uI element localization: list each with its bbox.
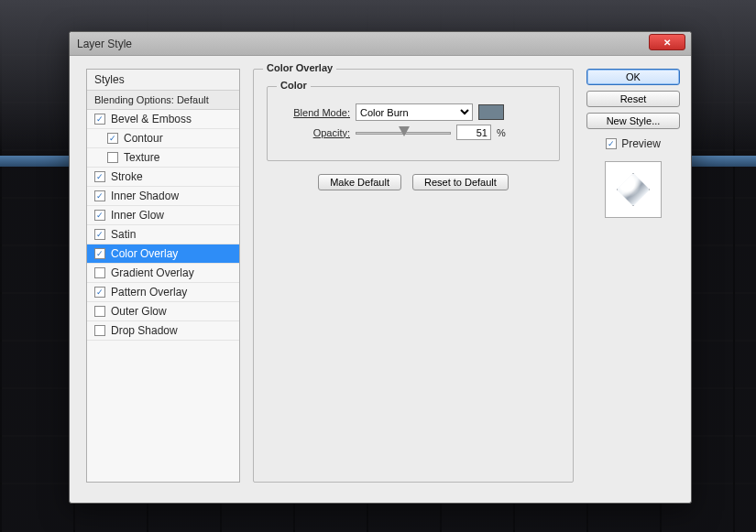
opacity-label: Opacity: — [280, 127, 350, 138]
style-checkbox[interactable] — [94, 325, 105, 336]
opacity-input[interactable] — [456, 125, 491, 140]
blend-mode-label: Blend Mode: — [280, 107, 350, 118]
style-item-texture[interactable]: Texture — [87, 148, 239, 168]
style-item-satin[interactable]: Satin — [87, 225, 239, 244]
style-item-color-overlay[interactable]: Color Overlay — [87, 244, 239, 264]
style-item-pattern-overlay[interactable]: Pattern Overlay — [87, 283, 239, 302]
style-item-drop-shadow[interactable]: Drop Shadow — [87, 321, 239, 341]
window-title: Layer Style — [77, 38, 132, 50]
style-item-inner-shadow[interactable]: Inner Shadow — [87, 187, 239, 206]
style-item-label: Pattern Overlay — [111, 286, 187, 299]
blend-mode-select[interactable]: Color Burn — [356, 103, 473, 121]
make-default-button[interactable]: Make Default — [318, 174, 401, 190]
opacity-slider[interactable] — [356, 125, 451, 140]
preview-checkbox[interactable] — [606, 138, 617, 149]
style-item-label: Gradient Overlay — [111, 266, 194, 279]
style-checkbox[interactable] — [94, 171, 105, 182]
style-item-label: Texture — [124, 151, 159, 164]
style-item-inner-glow[interactable]: Inner Glow — [87, 206, 239, 225]
style-item-label: Satin — [111, 228, 136, 241]
layer-style-dialog: Layer Style ✕ Styles Blending Options: D… — [69, 31, 692, 504]
style-item-label: Bevel & Emboss — [111, 113, 192, 125]
blending-options-row[interactable]: Blending Options: Default — [87, 91, 239, 110]
style-item-label: Color Overlay — [111, 247, 178, 260]
ok-button[interactable]: OK — [586, 69, 680, 85]
styles-list: Styles Blending Options: Default Bevel &… — [86, 69, 240, 483]
reset-button[interactable]: Reset — [586, 91, 680, 107]
style-checkbox[interactable] — [94, 267, 105, 278]
style-item-label: Inner Shadow — [111, 190, 179, 202]
color-fieldset-legend: Color — [277, 80, 311, 91]
preview-label: Preview — [621, 137, 661, 150]
close-button[interactable]: ✕ — [649, 34, 685, 50]
style-item-contour[interactable]: Contour — [87, 129, 239, 148]
close-icon: ✕ — [663, 38, 671, 48]
reset-to-default-button[interactable]: Reset to Default — [412, 174, 509, 190]
style-checkbox[interactable] — [107, 152, 118, 163]
style-item-label: Contour — [124, 132, 163, 145]
style-checkbox[interactable] — [94, 306, 105, 317]
titlebar[interactable]: Layer Style ✕ — [70, 32, 691, 56]
color-swatch[interactable] — [478, 104, 504, 120]
style-item-stroke[interactable]: Stroke — [87, 168, 239, 187]
preview-thumbnail — [605, 161, 662, 218]
styles-header[interactable]: Styles — [87, 70, 239, 91]
style-checkbox[interactable] — [94, 229, 105, 240]
style-item-label: Drop Shadow — [111, 324, 178, 337]
opacity-unit: % — [497, 127, 506, 138]
style-checkbox[interactable] — [94, 287, 105, 298]
slider-thumb[interactable] — [399, 126, 410, 136]
style-checkbox[interactable] — [94, 190, 105, 201]
style-checkbox[interactable] — [94, 210, 105, 221]
style-item-bevel-emboss[interactable]: Bevel & Emboss — [87, 110, 239, 129]
style-checkbox[interactable] — [94, 248, 105, 259]
new-style-button[interactable]: New Style... — [586, 113, 680, 129]
style-item-label: Inner Glow — [111, 209, 164, 222]
style-item-gradient-overlay[interactable]: Gradient Overlay — [87, 264, 239, 283]
overlay-fieldset: Color Overlay Color Blend Mode: Color Bu… — [253, 69, 574, 483]
style-checkbox[interactable] — [94, 114, 105, 125]
preview-gem-icon — [617, 173, 650, 206]
color-fieldset: Color Blend Mode: Color Burn Opacity: — [267, 86, 560, 161]
style-item-label: Outer Glow — [111, 305, 167, 318]
overlay-fieldset-legend: Color Overlay — [263, 62, 336, 73]
style-item-outer-glow[interactable]: Outer Glow — [87, 302, 239, 321]
style-item-label: Stroke — [111, 170, 143, 183]
style-checkbox[interactable] — [107, 133, 118, 144]
